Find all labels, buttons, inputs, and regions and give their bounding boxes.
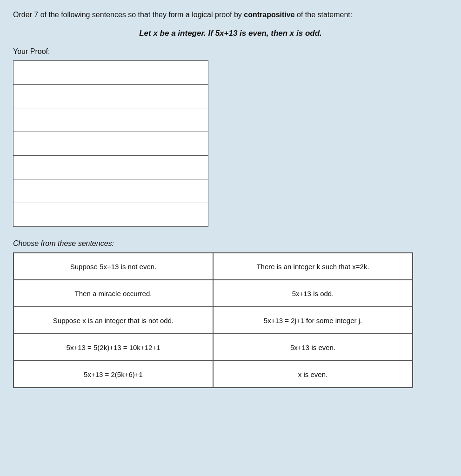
proof-boxes-container bbox=[13, 60, 448, 226]
your-proof-label: Your Proof: bbox=[13, 47, 448, 56]
statement-text: Let x be a integer. If 5x+13 is even, th… bbox=[13, 29, 448, 38]
sentence-cell-8[interactable]: 5x+13 is even. bbox=[213, 334, 413, 361]
proof-box-6[interactable] bbox=[13, 179, 208, 203]
instructions-text: Order 7 of the following sentences so th… bbox=[13, 9, 448, 20]
sentence-cell-4[interactable]: 5x+13 is odd. bbox=[213, 280, 413, 307]
proof-box-2[interactable] bbox=[13, 84, 208, 108]
bold-contrapositive: contrapositive bbox=[244, 11, 294, 19]
proof-box-7[interactable] bbox=[13, 203, 208, 227]
sentence-cell-1[interactable]: Suppose 5x+13 is not even. bbox=[13, 253, 213, 280]
sentence-cell-5[interactable]: Suppose x is an integer that is not odd. bbox=[13, 307, 213, 334]
sentence-cell-2[interactable]: There is an integer k such that x=2k. bbox=[213, 253, 413, 280]
sentence-cell-6[interactable]: 5x+13 = 2j+1 for some integer j. bbox=[213, 307, 413, 334]
proof-box-5[interactable] bbox=[13, 155, 208, 179]
proof-box-1[interactable] bbox=[13, 60, 208, 85]
sentence-cell-10[interactable]: x is even. bbox=[213, 361, 413, 388]
proof-box-3[interactable] bbox=[13, 108, 208, 132]
proof-box-4[interactable] bbox=[13, 132, 208, 156]
sentences-grid: Suppose 5x+13 is not even. There is an i… bbox=[13, 252, 413, 388]
sentence-cell-7[interactable]: 5x+13 = 5(2k)+13 = 10k+12+1 bbox=[13, 334, 213, 361]
sentence-cell-9[interactable]: 5x+13 = 2(5k+6)+1 bbox=[13, 361, 213, 388]
sentence-cell-3[interactable]: Then a miracle occurred. bbox=[13, 280, 213, 307]
choose-label: Choose from these sentences: bbox=[13, 239, 448, 248]
